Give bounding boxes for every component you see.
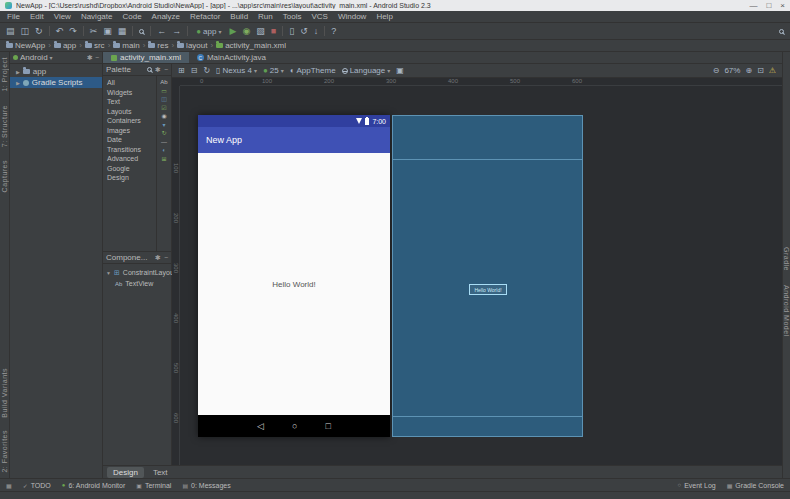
palette-category-layouts[interactable]: Layouts bbox=[107, 107, 156, 117]
menu-analyze[interactable]: Analyze bbox=[152, 12, 180, 21]
tool-tab-captures[interactable]: Captures bbox=[1, 160, 8, 192]
menu-file[interactable]: File bbox=[7, 12, 20, 21]
design-canvas[interactable]: 0 100 200 300 400 500 600 100 200 300 bbox=[172, 78, 782, 465]
copy-icon[interactable]: ▣ bbox=[103, 27, 112, 36]
open-icon[interactable]: ▤ bbox=[6, 27, 15, 36]
breadcrumb-res[interactable]: res bbox=[148, 41, 168, 50]
design-textview[interactable]: Hello World! bbox=[272, 280, 315, 289]
minimize-panel-icon[interactable]: − bbox=[164, 254, 168, 261]
menu-code[interactable]: Code bbox=[122, 12, 141, 21]
menu-tools[interactable]: Tools bbox=[283, 12, 302, 21]
palette-category-widgets[interactable]: Widgets bbox=[107, 88, 156, 98]
menu-run[interactable]: Run bbox=[258, 12, 273, 21]
tab-mainactivity-java[interactable]: C MainActivity.java bbox=[189, 52, 274, 63]
paste-icon[interactable]: ▦ bbox=[118, 27, 127, 36]
breadcrumb-layout[interactable]: layout bbox=[177, 41, 207, 50]
gear-icon[interactable]: ✱ bbox=[87, 54, 93, 62]
hide-panel-icon[interactable]: − bbox=[95, 54, 99, 61]
palette-category-containers[interactable]: Containers bbox=[107, 116, 156, 126]
sdk-manager-icon[interactable]: ↓ bbox=[314, 27, 319, 36]
theme-select[interactable]: ◐ AppTheme bbox=[290, 66, 336, 75]
button-widget-icon[interactable]: ▭ bbox=[161, 88, 167, 94]
component-constraintlayout[interactable]: ▼ ⊞ ConstraintLayout bbox=[103, 267, 171, 278]
gridlayout-widget-icon[interactable]: ⊞ bbox=[161, 156, 166, 162]
orientation-icon[interactable]: ↻ bbox=[203, 66, 210, 75]
run-configuration-select[interactable]: ● app ▾ bbox=[194, 27, 223, 36]
menu-vcs[interactable]: VCS bbox=[311, 12, 327, 21]
menu-window[interactable]: Window bbox=[338, 12, 366, 21]
palette-category-transitions[interactable]: Transitions bbox=[107, 145, 156, 155]
run-icon[interactable]: ▶ bbox=[229, 27, 236, 36]
tab-text[interactable]: Text bbox=[147, 467, 174, 478]
undo-icon[interactable]: ↶ bbox=[56, 27, 64, 36]
blueprint-surface[interactable]: Hello World! bbox=[392, 115, 583, 437]
tool-button-gradle-console[interactable]: ▦ Gradle Console bbox=[727, 482, 784, 489]
debug-icon[interactable]: ◉ bbox=[242, 27, 250, 36]
stop-icon[interactable]: ■ bbox=[271, 27, 276, 36]
menu-edit[interactable]: Edit bbox=[30, 12, 44, 21]
tool-tab-structure[interactable]: 7: Structure bbox=[1, 105, 8, 147]
tool-button-android-monitor[interactable]: ● 6: Android Monitor bbox=[62, 482, 125, 489]
find-icon[interactable] bbox=[139, 29, 144, 34]
menu-build[interactable]: Build bbox=[230, 12, 248, 21]
chevron-down-icon[interactable]: ▼ bbox=[106, 270, 111, 276]
component-textview[interactable]: Ab TextView bbox=[103, 278, 171, 289]
palette-category-images[interactable]: Images bbox=[107, 126, 156, 136]
minimize-panel-icon[interactable]: − bbox=[164, 66, 168, 73]
seekbar-widget-icon[interactable]: ― bbox=[161, 139, 167, 145]
tool-tab-project[interactable]: 1: Project bbox=[1, 57, 8, 92]
cut-icon[interactable]: ✂ bbox=[90, 27, 98, 36]
palette-category-google[interactable]: Google bbox=[107, 164, 156, 174]
help-icon[interactable]: ? bbox=[331, 27, 336, 36]
palette-category-date[interactable]: Date bbox=[107, 135, 156, 145]
tab-activity-main-xml[interactable]: activity_main.xml bbox=[103, 52, 189, 63]
tool-tab-favorites[interactable]: 2: Favorites bbox=[1, 430, 8, 473]
design-surface-device[interactable]: 7:00 New App Hello World! ◁ ○ bbox=[198, 115, 390, 437]
breadcrumb-app[interactable]: app bbox=[54, 41, 76, 50]
palette-category-design[interactable]: Design bbox=[107, 173, 156, 183]
blueprint-toggle-icon[interactable]: ⊟ bbox=[191, 66, 198, 75]
menu-help[interactable]: Help bbox=[376, 12, 392, 21]
search-everywhere-icon[interactable] bbox=[779, 29, 784, 34]
save-all-icon[interactable]: ◫ bbox=[21, 27, 30, 36]
layout-variant-icon[interactable]: ▣ bbox=[396, 66, 404, 75]
palette-category-advanced[interactable]: Advanced bbox=[107, 154, 156, 164]
tree-row-gradle-scripts[interactable]: ▶ Gradle Scripts bbox=[10, 77, 102, 88]
chevron-right-icon[interactable]: ▶ bbox=[16, 69, 20, 75]
breadcrumb-file[interactable]: activity_main.xml bbox=[216, 41, 286, 50]
togglebutton-widget-icon[interactable]: ◫ bbox=[161, 96, 167, 102]
tool-button-messages[interactable]: ▤ 0: Messages bbox=[182, 482, 230, 489]
breadcrumb-main[interactable]: main bbox=[113, 41, 139, 50]
toolwindow-switcher-icon[interactable]: ▦ bbox=[6, 482, 12, 489]
tool-button-todo[interactable]: ✓ TODO bbox=[23, 482, 51, 489]
progressbar-widget-icon[interactable]: ↻ bbox=[161, 130, 166, 136]
palette-category-text[interactable]: Text bbox=[107, 97, 156, 107]
search-icon[interactable] bbox=[147, 67, 152, 72]
gradle-sync-icon[interactable]: ↺ bbox=[300, 27, 308, 36]
close-button[interactable]: × bbox=[780, 1, 785, 10]
language-select[interactable]: Language ▾ bbox=[342, 66, 391, 75]
chevron-right-icon[interactable]: ▶ bbox=[16, 80, 20, 86]
device-select[interactable]: ▯ Nexus 4 ▾ bbox=[216, 66, 257, 75]
tool-tab-gradle[interactable]: Gradle bbox=[783, 247, 790, 271]
palette-category-all[interactable]: All bbox=[107, 78, 156, 88]
tool-button-terminal[interactable]: ▣ Terminal bbox=[136, 482, 171, 489]
tool-button-event-log[interactable]: ○ Event Log bbox=[678, 482, 716, 489]
checkbox-widget-icon[interactable]: ☑ bbox=[161, 105, 166, 111]
back-icon[interactable]: ← bbox=[157, 27, 166, 36]
tool-tab-build-variants[interactable]: Build Variants bbox=[1, 368, 8, 418]
menu-refactor[interactable]: Refactor bbox=[190, 12, 220, 21]
breadcrumb-src[interactable]: src bbox=[85, 41, 105, 50]
blueprint-textview[interactable]: Hello World! bbox=[469, 284, 507, 295]
tab-design[interactable]: Design bbox=[107, 467, 144, 478]
tool-tab-android-model[interactable]: Android Model bbox=[783, 285, 790, 337]
maximize-button[interactable]: □ bbox=[766, 1, 771, 10]
gear-icon[interactable]: ✱ bbox=[155, 254, 161, 262]
menu-view[interactable]: View bbox=[54, 12, 71, 21]
zoom-fit-icon[interactable]: ⊡ bbox=[757, 66, 764, 75]
switch-widget-icon[interactable]: ◐ bbox=[162, 147, 166, 153]
zoom-out-icon[interactable]: ⊖ bbox=[713, 66, 720, 75]
design-surface-toggle-icon[interactable]: ⊞ bbox=[178, 66, 185, 75]
redo-icon[interactable]: ↷ bbox=[69, 27, 77, 36]
radiobutton-widget-icon[interactable]: ◉ bbox=[161, 113, 166, 119]
